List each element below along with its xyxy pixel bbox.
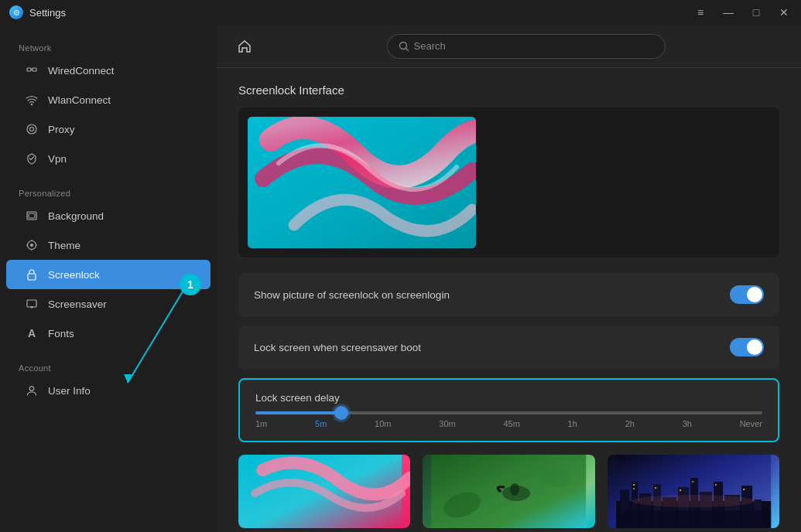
screenlock-label: Screenlock: [48, 269, 100, 281]
sidebar-item-userinfo[interactable]: User Info: [6, 376, 211, 405]
background-label: Background: [48, 210, 104, 222]
slider-track[interactable]: [255, 411, 762, 414]
proxy-label: Proxy: [48, 124, 75, 135]
svg-rect-47: [633, 488, 635, 489]
slider-ticks: 1m 5m 10m 30m 45m 1h 2h 3h Never: [255, 419, 762, 428]
maximize-button[interactable]: □: [748, 5, 764, 20]
sidebar-item-fonts[interactable]: A Fonts: [6, 319, 211, 348]
tick-45m: 45m: [503, 419, 519, 428]
svg-rect-0: [27, 68, 31, 71]
svg-point-29: [510, 483, 519, 496]
screensaver-label: Screensaver: [48, 298, 107, 310]
sidebar-item-proxy[interactable]: Proxy: [6, 114, 211, 144]
svg-point-9: [30, 244, 33, 247]
tick-2h: 2h: [625, 419, 635, 428]
slider-fill: [255, 411, 341, 414]
titlebar-controls: ≡ — □ ✕: [693, 5, 792, 20]
app-icon: ⚙: [9, 5, 23, 19]
userinfo-icon: [25, 384, 39, 397]
search-bar[interactable]: Search: [387, 34, 666, 59]
sidebar-item-vpn[interactable]: Vpn: [6, 144, 211, 173]
sidebar-item-wiredconnect[interactable]: WiredConnect: [6, 56, 211, 85]
svg-rect-50: [692, 481, 693, 483]
screensaver-icon: [25, 297, 39, 311]
svg-rect-52: [743, 489, 745, 490]
svg-point-5: [30, 128, 34, 131]
toggle2-label: Lock screen when screensaver boot: [254, 342, 421, 353]
sidebar: Network WiredConnect WlanConne: [0, 25, 217, 532]
svg-rect-53: [616, 510, 771, 528]
userinfo-label: User Info: [48, 385, 91, 397]
screenlock-preview: [238, 107, 779, 257]
sidebar-item-theme[interactable]: Theme: [6, 230, 211, 260]
toggle-row-screenlogin: Show picture of screenlock on screenlogi…: [238, 273, 779, 316]
minimize-button[interactable]: —: [721, 5, 736, 20]
wlanconnect-icon: [25, 93, 39, 107]
close-button[interactable]: ✕: [776, 5, 792, 20]
svg-point-18: [29, 387, 34, 391]
screenlock-icon: [25, 268, 39, 281]
theme-icon: [25, 238, 39, 252]
content-area: Search Screenlock Interface: [217, 25, 801, 532]
tick-10m: 10m: [375, 419, 391, 428]
section-title: Screenlock Interface: [238, 84, 779, 97]
toggle-row-screensaver-boot: Lock screen when screensaver boot: [238, 326, 779, 369]
main-layout: Network WiredConnect WlanConne: [0, 25, 801, 532]
svg-rect-51: [715, 484, 717, 486]
svg-rect-48: [655, 487, 656, 489]
wiredconnect-label: WiredConnect: [48, 65, 115, 77]
svg-rect-7: [29, 213, 35, 218]
background-icon: [25, 209, 39, 223]
toggle2-switch[interactable]: [730, 338, 764, 356]
tick-30m: 30m: [439, 419, 455, 428]
thumbnail-1[interactable]: [238, 455, 410, 528]
app-title: Settings: [29, 7, 66, 19]
svg-point-3: [31, 104, 33, 105]
svg-point-54: [632, 495, 755, 507]
thumbnail-row: [238, 455, 779, 528]
sidebar-item-wlanconnect[interactable]: WlanConnect: [6, 85, 211, 114]
search-placeholder: Search: [414, 40, 446, 52]
svg-rect-14: [28, 274, 36, 280]
theme-label: Theme: [48, 240, 80, 251]
slider-label: Lock screen delay: [255, 392, 762, 404]
menu-button[interactable]: ≡: [693, 5, 708, 20]
thumbnail-3[interactable]: [608, 455, 779, 528]
svg-rect-1: [33, 68, 36, 71]
thumbnail-2[interactable]: [423, 455, 594, 528]
wiredconnect-icon: [25, 63, 39, 77]
account-section-label: Account: [0, 357, 217, 376]
preview-image: [248, 117, 476, 248]
titlebar-left: ⚙ Settings: [9, 5, 693, 19]
home-button[interactable]: [232, 34, 257, 59]
proxy-icon: [25, 122, 39, 136]
tick-1h: 1h: [568, 419, 577, 428]
svg-point-4: [27, 124, 36, 134]
svg-rect-46: [633, 484, 635, 486]
sidebar-item-screenlock[interactable]: Screenlock: [6, 260, 211, 289]
tick-5m: 5m: [315, 419, 327, 428]
vpn-icon: [25, 152, 39, 165]
network-section-label: Network: [0, 37, 217, 56]
titlebar: ⚙ Settings ≡ — □ ✕: [0, 0, 801, 25]
tick-1m: 1m: [255, 419, 267, 428]
toggle1-switch[interactable]: [730, 285, 764, 304]
fonts-icon: A: [25, 326, 39, 340]
tick-3h: 3h: [683, 419, 692, 428]
fonts-label: Fonts: [48, 328, 74, 339]
svg-line-24: [406, 48, 408, 50]
personalized-section-label: Personalized: [0, 182, 217, 201]
tick-never: Never: [740, 419, 762, 428]
toggle1-label: Show picture of screenlock on screenlogi…: [254, 289, 450, 301]
content-body: Screenlock Interface: [217, 68, 801, 532]
wlanconnect-label: WlanConnect: [48, 94, 111, 106]
vpn-label: Vpn: [48, 153, 67, 165]
topbar: Search: [217, 25, 801, 68]
svg-rect-49: [679, 489, 681, 491]
slider-section: Lock screen delay 1m 5m 10m 30m 45m 1h 2…: [238, 378, 779, 442]
sidebar-item-background[interactable]: Background: [6, 201, 211, 230]
sidebar-item-screensaver[interactable]: Screensaver: [6, 289, 211, 319]
slider-thumb[interactable]: [334, 406, 348, 420]
svg-rect-15: [27, 300, 36, 307]
